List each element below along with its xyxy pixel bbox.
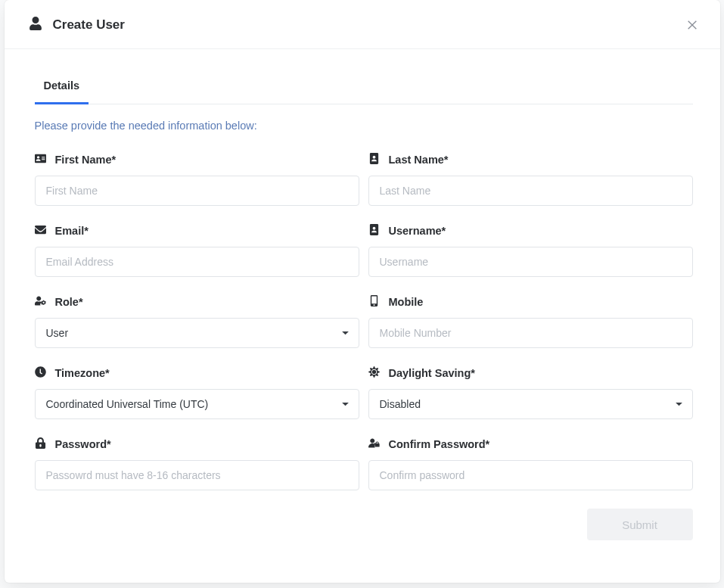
role-label-text: Role* [55,296,83,308]
mobile-label-text: Mobile [389,296,424,308]
user-lock-icon [368,437,380,451]
email-label: Email* [35,224,359,238]
mobile-label: Mobile [368,295,693,309]
instruction-text: Please provide the needed information be… [35,120,693,132]
modal-title-text: Create User [53,17,125,33]
mobile-icon [368,295,380,309]
form-grid: First Name* Last Name* [35,153,693,490]
first-name-input[interactable] [35,176,359,206]
role-select[interactable]: User [35,318,359,348]
badge-icon [368,153,380,166]
timezone-group: Timezone* Coordinated Universal Time (UT… [35,366,359,419]
username-label: Username* [368,224,693,238]
create-user-modal: Create User Details Please provide the n… [5,0,720,583]
contact-icon [368,224,380,238]
dst-group: Daylight Saving* Disabled [368,366,693,419]
email-group: Email* [35,224,359,277]
tabs: Details [35,70,693,104]
role-label: Role* [35,295,359,309]
user-gear-icon [35,295,46,309]
timezone-label-text: Timezone* [55,367,110,379]
dst-label-text: Daylight Saving* [389,367,475,379]
username-input[interactable] [368,247,693,277]
first-name-label-text: First Name* [55,154,117,166]
last-name-group: Last Name* [368,153,693,206]
first-name-group: First Name* [35,153,359,206]
id-card-icon [35,153,46,166]
confirm-label-text: Confirm Password* [389,438,490,450]
timezone-label: Timezone* [35,366,359,380]
confirm-input[interactable] [368,460,693,490]
username-label-text: Username* [389,225,446,237]
role-group: Role* User [35,295,359,348]
confirm-label: Confirm Password* [368,437,693,451]
close-button[interactable] [682,15,702,35]
email-label-text: Email* [55,225,89,237]
lock-icon [35,437,46,451]
sun-icon [368,366,380,380]
password-label-text: Password* [55,438,111,450]
timezone-select[interactable]: Coordinated Universal Time (UTC) [35,389,359,419]
last-name-input[interactable] [368,176,693,206]
password-group: Password* [35,437,359,490]
tab-details[interactable]: Details [35,70,89,104]
email-input[interactable] [35,247,359,277]
submit-button[interactable]: Submit [587,509,693,540]
first-name-label: First Name* [35,153,359,166]
password-label: Password* [35,437,359,451]
dst-select[interactable]: Disabled [368,389,693,419]
modal-title: Create User [29,17,125,34]
modal-body: Details Please provide the needed inform… [5,49,720,490]
last-name-label: Last Name* [368,153,693,166]
mobile-input[interactable] [368,318,693,348]
modal-header: Create User [5,0,720,49]
envelope-icon [35,224,46,238]
modal-footer: Submit [5,490,720,562]
last-name-label-text: Last Name* [389,154,449,166]
mobile-group: Mobile [368,295,693,348]
user-icon [29,17,42,34]
dst-label: Daylight Saving* [368,366,693,380]
clock-icon [35,366,46,380]
username-group: Username* [368,224,693,277]
confirm-group: Confirm Password* [368,437,693,490]
close-icon [686,19,698,31]
password-input[interactable] [35,460,359,490]
